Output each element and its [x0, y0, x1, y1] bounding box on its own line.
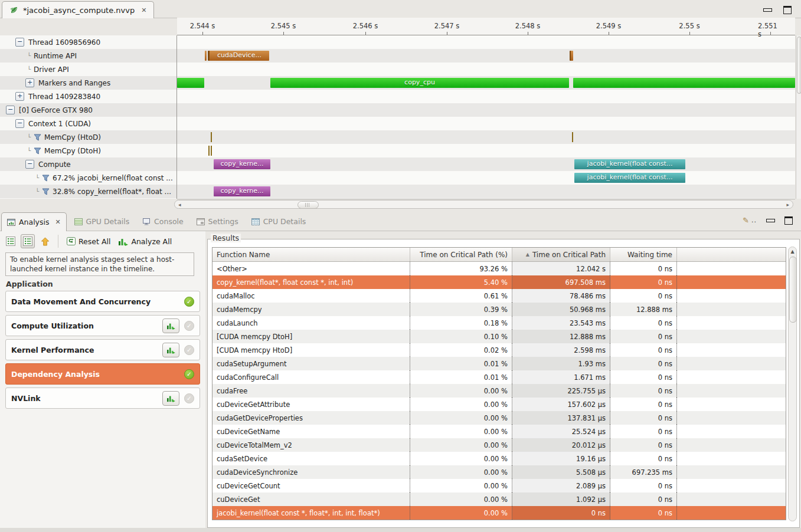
guided-analysis-mode-button[interactable]: [4, 234, 18, 248]
scroll-right-icon[interactable]: ▸: [786, 202, 789, 208]
memcpy-dtoh-mark[interactable]: [208, 146, 210, 156]
stage-compute-utilization[interactable]: Compute Utilization ✓: [5, 315, 200, 336]
tree-row-gpu-device[interactable]: − [0] GeForce GTX 980: [0, 103, 176, 117]
view-menu-dots-icon[interactable]: ..: [751, 216, 757, 224]
cuda-device-bar[interactable]: cudaDevice...: [208, 51, 269, 61]
table-row[interactable]: cudaConfigureCall0.01 %1.671 ms0 ns: [212, 370, 786, 384]
tree-row-thread-1409283840[interactable]: + Thread 1409283840: [0, 90, 176, 103]
table-row[interactable]: cudaFree0.00 %225.755 µs0 ns: [212, 384, 786, 398]
run-analysis-button[interactable]: [162, 391, 179, 406]
scroll-left-icon[interactable]: ◂: [178, 202, 181, 208]
minimize-panel-icon[interactable]: [766, 219, 775, 222]
close-icon[interactable]: ✕: [55, 218, 61, 226]
stage-kernel-performance[interactable]: Kernel Performance ✓: [5, 339, 200, 360]
table-row-highlighted[interactable]: copy_kernel(float*, float const *, int, …: [212, 275, 786, 289]
minimize-icon[interactable]: [763, 8, 772, 12]
tab-gpu-details[interactable]: GPU Details: [69, 212, 135, 231]
timeline-ruler[interactable]: 2.544 s 2.545 s 2.546 s 2.547 s 2.548 s …: [177, 18, 795, 35]
collapse-icon[interactable]: −: [15, 38, 24, 47]
tree-row-runtime-api[interactable]: └ Runtime API: [0, 49, 176, 63]
jacobi-kernel-bar[interactable]: jacobi_kernel(float const...: [574, 173, 685, 183]
reset-icon: [67, 237, 76, 245]
table-row[interactable]: cudaMemcpy0.39 %50.968 ms12.888 ms: [212, 303, 786, 316]
timeline-canvas[interactable]: cudaDevice... copy_cpu copy_kerne... jac…: [177, 35, 795, 199]
memcpy-htod-mark[interactable]: [211, 132, 212, 142]
marker-range-bar[interactable]: [573, 78, 795, 88]
run-analysis-button[interactable]: [162, 343, 179, 357]
axis-tick-label: 2.551 s: [758, 22, 783, 38]
table-row[interactable]: [CUDA memcpy DtoH]0.10 %12.888 ms0 ns: [212, 330, 786, 343]
timeline-lane-copy-kernel: copy_kerne...: [177, 185, 795, 198]
tree-row-context-1-cuda[interactable]: − Context 1 (CUDA): [0, 117, 176, 130]
list-outline-icon: [23, 237, 32, 246]
scrollbar-thumb[interactable]: [789, 257, 797, 323]
maximize-icon[interactable]: [783, 6, 792, 14]
api-interval-bar[interactable]: [205, 51, 207, 61]
marker-range-bar[interactable]: [177, 78, 204, 88]
column-header-critical-path-time[interactable]: ▲ Time on Critical Path: [512, 248, 610, 261]
timeline-lane-thread2: [177, 90, 795, 103]
tree-row-memcpy-dtoh[interactable]: └ MemCpy (DtoH): [0, 144, 176, 157]
table-row[interactable]: cudaDeviceSynchronize0.00 %5.508 µs697.2…: [212, 465, 786, 479]
table-row[interactable]: cuDeviceGetName0.00 %25.524 µs0 ns: [212, 425, 786, 438]
collapse-icon[interactable]: −: [6, 106, 15, 114]
table-row[interactable]: cudaLaunch0.18 %23.543 ms0 ns: [212, 316, 786, 330]
copy-kernel-bar[interactable]: copy_kerne...: [214, 159, 270, 169]
axis-tick-mark: [202, 32, 203, 35]
reset-all-button[interactable]: Reset All: [64, 237, 113, 246]
table-row-highlighted[interactable]: jacobi_kernel(float const *, float*, int…: [212, 506, 786, 520]
collapse-icon[interactable]: −: [15, 119, 24, 128]
table-row[interactable]: [CUDA memcpy HtoD]0.02 %2.598 ms0 ns: [212, 343, 786, 357]
table-row[interactable]: <Other>93.26 %12.042 s0 ns: [212, 262, 786, 275]
table-row[interactable]: cuDeviceGet0.00 %1.092 µs0 ns: [212, 492, 786, 506]
column-header-waiting-time[interactable]: Waiting time: [610, 248, 677, 261]
memcpy-dtoh-mark[interactable]: [211, 146, 212, 156]
stage-nvlink[interactable]: NVLink ✓: [5, 387, 200, 409]
view-menu-icon[interactable]: ✎: [743, 216, 749, 225]
tree-row-compute[interactable]: − Compute: [0, 157, 176, 171]
tree-row-jacobi-kernel[interactable]: └ 67.2% jacobi_kernel(float const ...: [0, 171, 176, 185]
collapse-icon[interactable]: −: [25, 160, 34, 169]
timeline-lane-gpu: [177, 103, 795, 117]
tree-row-driver-api[interactable]: └ Driver API: [0, 63, 176, 76]
scrollbar-thumb[interactable]: [297, 201, 319, 209]
scroll-up-icon[interactable]: ▲: [789, 249, 796, 254]
maximize-panel-icon[interactable]: [784, 216, 793, 225]
table-row[interactable]: cudaGetDeviceProperties0.00 %137.831 µs0…: [212, 411, 786, 425]
table-row[interactable]: cuDeviceGetAttribute0.00 %157.602 µs0 ns: [212, 398, 786, 411]
tab-cpu-details[interactable]: CPU Details: [246, 212, 312, 231]
api-interval-bar[interactable]: [570, 51, 573, 61]
expand-icon[interactable]: +: [15, 92, 24, 101]
unguided-analysis-mode-button[interactable]: [21, 234, 35, 248]
scrollbar-thumb[interactable]: [797, 37, 801, 94]
column-header-critical-path-pct[interactable]: Time on Critical Path (%): [410, 248, 512, 261]
results-vertical-scrollbar[interactable]: ▲: [788, 247, 797, 521]
table-row[interactable]: cuDeviceTotalMem_v20.00 %20.012 µs0 ns: [212, 438, 786, 452]
tab-settings[interactable]: Settings: [191, 212, 244, 231]
document-tab[interactable]: *jacobi_async_compute.nvvp ✕: [2, 1, 154, 18]
copy-cpu-range-bar[interactable]: copy_cpu: [270, 78, 569, 88]
table-row[interactable]: cudaMalloc0.61 %78.486 ms0 ns: [212, 289, 786, 303]
close-icon[interactable]: ✕: [141, 6, 146, 14]
stage-data-movement-and-concurrency[interactable]: Data Movement And Concurrency ✓: [5, 291, 200, 312]
tree-row-copy-kernel[interactable]: └ 32.8% copy_kernel(float*, float ...: [0, 185, 176, 198]
run-analysis-button[interactable]: [162, 318, 179, 333]
tree-row-memcpy-htod[interactable]: └ MemCpy (HtoD): [0, 130, 176, 144]
copy-kernel-bar[interactable]: copy_kerne...: [214, 186, 270, 196]
column-header-function-name[interactable]: Function Name: [212, 248, 410, 261]
memcpy-htod-mark[interactable]: [572, 132, 573, 142]
tab-console[interactable]: Console: [137, 212, 189, 231]
promote-stage-button[interactable]: [38, 234, 52, 248]
table-row[interactable]: cudaSetupArgument0.01 %1.93 ms0 ns: [212, 357, 786, 370]
table-row[interactable]: cuDeviceGetCount0.00 %2.089 µs0 ns: [212, 479, 786, 492]
stage-dependency-analysis[interactable]: Dependency Analysis ✓: [5, 363, 200, 385]
expand-icon[interactable]: +: [25, 78, 34, 87]
tree-row-markers-and-ranges[interactable]: + Markers and Ranges: [0, 76, 176, 90]
timeline-horizontal-scrollbar[interactable]: ◂ ▸: [174, 200, 793, 209]
jacobi-kernel-bar[interactable]: jacobi_kernel(float const...: [574, 159, 685, 169]
timeline-vertical-scrollbar[interactable]: [796, 35, 801, 199]
tree-row-thread-1609856960[interactable]: − Thread 1609856960: [0, 35, 176, 49]
analyze-all-button[interactable]: Analyze All: [116, 237, 174, 246]
table-row[interactable]: cudaSetDevice0.00 %19.16 µs0 ns: [212, 452, 786, 465]
tab-analysis[interactable]: Analysis ✕: [1, 212, 67, 231]
